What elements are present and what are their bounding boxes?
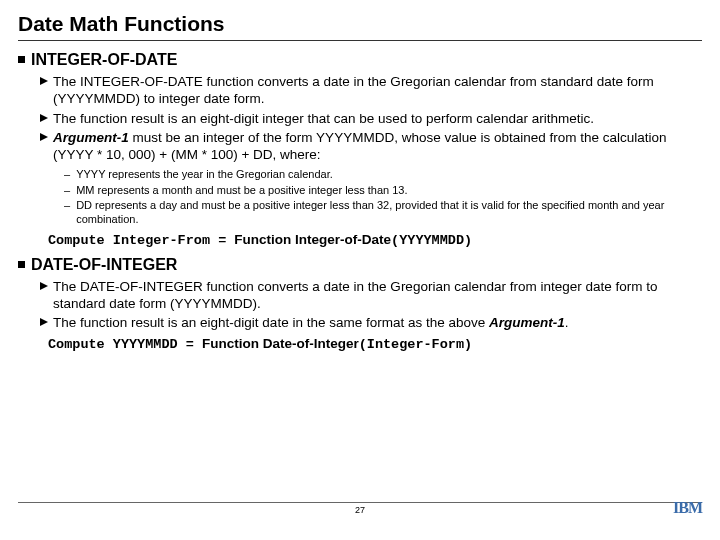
ibm-logo: IBM bbox=[673, 499, 702, 517]
section-heading-1-text: INTEGER-OF-DATE bbox=[31, 51, 177, 69]
square-bullet-icon bbox=[18, 56, 25, 63]
arrow-bullet-icon bbox=[40, 133, 48, 164]
section-heading-2-text: DATE-OF-INTEGER bbox=[31, 256, 177, 274]
body-text: The DATE-OF-INTEGER function converts a … bbox=[53, 278, 702, 313]
code-mono-2a: Compute YYYYMMDD = bbox=[48, 337, 202, 352]
section-1-sublist: – YYYY represents the year in the Gregor… bbox=[64, 167, 702, 226]
sub-text: MM represents a month and must be a posi… bbox=[76, 183, 407, 197]
arrow-bullet-icon bbox=[40, 282, 48, 313]
section-2-body: The DATE-OF-INTEGER function converts a … bbox=[40, 278, 702, 332]
code-line-2: Compute YYYYMMDD = Function Date-of-Inte… bbox=[48, 336, 702, 352]
slide-title: Date Math Functions bbox=[18, 12, 702, 41]
sub-item: – DD represents a day and must be a posi… bbox=[64, 198, 702, 227]
body-item: Argument-1 must be an integer of the for… bbox=[40, 129, 702, 164]
dash-bullet-icon: – bbox=[64, 167, 70, 181]
arrow-bullet-icon bbox=[40, 318, 48, 331]
sub-text: DD represents a day and must be a positi… bbox=[76, 198, 702, 227]
section-1-body: The INTEGER-OF-DATE function converts a … bbox=[40, 73, 702, 163]
body-item: The function result is an eight-digit da… bbox=[40, 314, 702, 331]
svg-marker-1 bbox=[40, 114, 48, 122]
svg-marker-3 bbox=[40, 282, 48, 290]
body-item: The function result is an eight-digit in… bbox=[40, 110, 702, 127]
code-mono-1a: Compute Integer-From = bbox=[48, 233, 234, 248]
code-mono-2b: (Integer-Form) bbox=[359, 337, 472, 352]
sub-item: – MM represents a month and must be a po… bbox=[64, 183, 702, 197]
body-text: The function result is an eight-digit da… bbox=[53, 314, 569, 331]
body-item: The INTEGER-OF-DATE function converts a … bbox=[40, 73, 702, 108]
code-line-1: Compute Integer-From = Function Integer-… bbox=[48, 232, 702, 248]
square-bullet-icon bbox=[18, 261, 25, 268]
code-mono-1b: (YYYYMMDD) bbox=[391, 233, 472, 248]
svg-marker-0 bbox=[40, 77, 48, 85]
dash-bullet-icon: – bbox=[64, 183, 70, 197]
sub-text: YYYY represents the year in the Gregoria… bbox=[76, 167, 333, 181]
section-heading-2: DATE-OF-INTEGER bbox=[18, 256, 702, 274]
footer-line: 27 IBM bbox=[18, 502, 702, 526]
code-sans-1: Function Integer-of-Date bbox=[234, 232, 391, 247]
section-heading-1: INTEGER-OF-DATE bbox=[18, 51, 702, 69]
body-text: The function result is an eight-digit in… bbox=[53, 110, 594, 127]
page-number: 27 bbox=[355, 505, 365, 515]
code-sans-2: Function Date-of-Integer bbox=[202, 336, 359, 351]
body-text: The INTEGER-OF-DATE function converts a … bbox=[53, 73, 702, 108]
body-text: Argument-1 must be an integer of the for… bbox=[53, 129, 702, 164]
svg-marker-4 bbox=[40, 318, 48, 326]
arrow-bullet-icon bbox=[40, 77, 48, 108]
dash-bullet-icon: – bbox=[64, 198, 70, 227]
body-item: The DATE-OF-INTEGER function converts a … bbox=[40, 278, 702, 313]
sub-item: – YYYY represents the year in the Gregor… bbox=[64, 167, 702, 181]
footer: 27 IBM bbox=[0, 502, 720, 530]
svg-marker-2 bbox=[40, 133, 48, 141]
arrow-bullet-icon bbox=[40, 114, 48, 127]
